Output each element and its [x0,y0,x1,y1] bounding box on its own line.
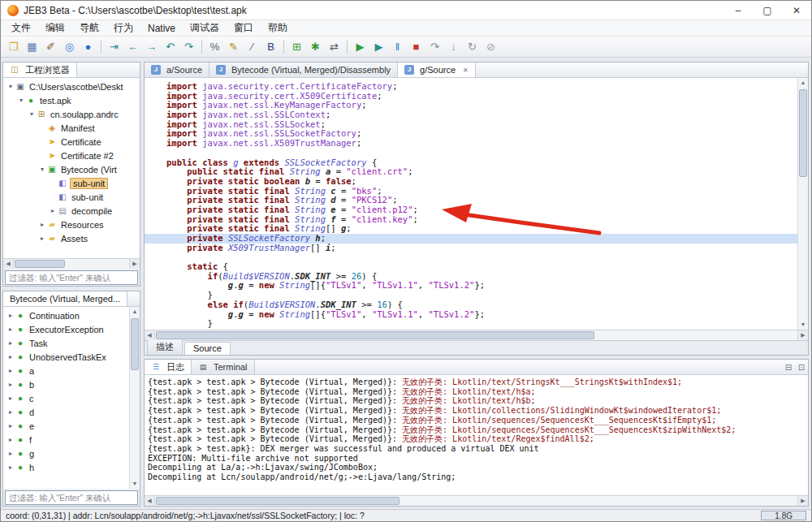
view-tab-item[interactable]: 描述 [147,339,183,355]
tree-item-g[interactable]: ▸g [3,447,140,460]
new-item-button[interactable]: ✱ [307,38,324,55]
navigate-back-button[interactable]: ← [124,38,141,55]
menu-item-item[interactable]: 窗口 [227,21,261,35]
tree-item-bytecode-virt[interactable]: ▾Bytecode (Virt [3,162,140,176]
log-output[interactable]: {test.apk > test.apk > Bytecode (Virtual… [145,375,808,495]
tree-expander-icon[interactable]: ▾ [27,110,37,118]
tree-item-manifest[interactable]: Manifest [3,121,140,135]
scroll-right-icon[interactable]: ▶ [797,496,808,506]
tree-item-e[interactable]: ▸e [3,419,140,433]
history-forward-button[interactable]: ↷ [180,38,197,55]
tree-expander-icon[interactable]: ▾ [6,83,15,90]
cancel-button[interactable]: ⊘ [482,38,499,55]
tree-expander-icon[interactable]: ▸ [6,450,15,457]
tree-expander-icon[interactable]: ▸ [6,395,15,402]
editor-tab-g-source[interactable]: g/Source✕ [398,63,476,77]
bytecode-filter-input[interactable] [5,490,138,505]
maximize-view-icon[interactable]: ⊡ [795,360,808,374]
scroll-left-icon[interactable]: ◀ [145,496,155,506]
project-browser-tab[interactable]: 工程浏览器 [3,63,77,77]
menu-item-item[interactable]: 行为 [106,21,140,35]
comment-button[interactable]: ∕ [244,38,261,55]
convert-base-button[interactable]: B [262,38,279,55]
tree-expander-icon[interactable]: ▸ [6,464,15,471]
attach-button[interactable]: ▶ [370,38,387,55]
tree-expander-icon[interactable]: ▾ [37,166,47,173]
tree-item-unobservedtaskex[interactable]: ▸UnobservedTaskEx [3,350,140,364]
scrollbar-thumb[interactable] [156,331,594,339]
step-over-button[interactable]: ↷ [426,38,443,55]
log-tab-item[interactable]: 日志 [145,360,192,374]
scroll-down-icon[interactable]: ▼ [798,320,808,330]
navigate-forward-button[interactable]: → [143,38,160,55]
project-tree-hscrollbar[interactable]: ◀ ▶ [3,258,140,269]
tools-button[interactable]: ✐ [42,38,59,55]
tree-item-continuation[interactable]: ▸Continuation [3,308,140,322]
tree-item-c-users-ascotbe-deskt[interactable]: ▾C:\Users\ascotbe\Deskt [3,80,140,93]
tree-expander-icon[interactable]: ▸ [6,353,15,360]
tree-item-a[interactable]: ▸a [3,364,140,377]
scroll-left-icon[interactable]: ◀ [3,259,14,269]
tree-item-certificate[interactable]: Certificate [3,135,140,149]
code-line[interactable]: import javax.net.ssl.X509TrustManager; [166,139,797,149]
tree-item-executorexception[interactable]: ▸ExecutorException [3,322,140,336]
menu-item-item[interactable]: 调试器 [183,21,227,35]
tree-item-b[interactable]: ▸b [3,377,140,391]
add-bookmark-button[interactable]: ⊞ [288,38,305,55]
menu-item-item[interactable]: 文件 [4,21,38,35]
tree-expander-icon[interactable]: ▾ [16,97,26,104]
scrollbar-thumb[interactable] [15,260,65,268]
tree-expander-icon[interactable]: ▸ [48,207,58,214]
code-area[interactable]: import java.security.cert.CertificateFac… [145,78,797,330]
tree-item-test-apk[interactable]: ▾test.apk [3,93,140,107]
tree-item-decompile[interactable]: ▸decompile [3,204,140,218]
tree-item-assets[interactable]: ▸Assets [3,231,140,245]
tree-expander-icon[interactable]: ▸ [6,367,15,374]
tree-expander-icon[interactable]: ▸ [37,221,47,228]
run-script-button[interactable]: ◎ [61,38,78,55]
restart-button[interactable]: ↻ [464,38,481,55]
tree-expander-icon[interactable]: ▸ [6,312,15,319]
tree-item-cn-soulapp-andrc[interactable]: ▾cn.soulapp.andrc [3,107,140,121]
menu-item-item[interactable]: 帮助 [261,21,295,35]
log-tab-terminal[interactable]: Terminal [192,360,255,374]
scrollbar-thumb[interactable] [156,497,400,505]
editor-hscrollbar[interactable]: ◀ ▶ [145,330,808,340]
stop-button[interactable]: ■ [408,38,425,55]
scrollbar-thumb[interactable] [799,89,807,177]
tree-expander-icon[interactable]: ▸ [6,408,15,416]
menu-item-item[interactable]: 编辑 [38,21,72,35]
history-back-button[interactable]: ↶ [162,38,179,55]
code-line[interactable] [166,252,797,262]
code-line[interactable]: private X509TrustManager[] i; [166,244,797,253]
globe-button[interactable]: ● [80,38,97,55]
tree-expander-icon[interactable]: ▸ [6,326,15,333]
tree-expander-icon[interactable]: ▸ [6,381,15,388]
tree-item-task[interactable]: ▸Task [3,336,140,350]
tree-expander-icon[interactable]: ▸ [6,422,15,429]
scroll-left-icon[interactable]: ◀ [145,330,155,340]
percent-button[interactable]: % [206,38,223,55]
scroll-right-icon[interactable]: ▶ [129,259,140,269]
maximize-button[interactable]: ▢ [753,1,782,19]
editor-tab-a-source[interactable]: a/Source [145,63,209,77]
code-line[interactable]: g.g = new String[]{"TLSv1", "TLSv1.1", "… [166,310,797,320]
assign-button[interactable]: ⇥ [106,38,123,55]
menu-item-item[interactable]: 导航 [72,21,106,35]
scrollbar-thumb[interactable] [131,318,139,370]
menu-item-native[interactable]: Native [140,23,183,34]
tree-expander-icon[interactable]: ▸ [6,436,15,443]
pause-button[interactable]: ‖ [389,38,406,55]
tree-item-sub-unit[interactable]: sub-unit [3,190,140,204]
bytecode-tree-vscrollbar[interactable]: ▲ ▼ [129,307,140,489]
tree-expander-icon[interactable]: ▸ [6,339,15,347]
tree-item-c[interactable]: ▸c [3,391,140,405]
tree-item-sub-unit[interactable]: sub-unit [3,176,140,190]
editor-tab-bytecode-virtual-merged-disassembly[interactable]: Bytecode (Virtual, Merged)/Disassembly [209,63,398,77]
tree-item-f[interactable]: ▸f [3,433,140,447]
scroll-up-icon[interactable]: ▲ [130,307,140,317]
code-line[interactable]: } [166,319,797,329]
tree-item-h[interactable]: ▸h [3,460,140,474]
step-into-button[interactable]: ↓ [445,38,462,55]
scroll-right-icon[interactable]: ▶ [797,330,808,340]
